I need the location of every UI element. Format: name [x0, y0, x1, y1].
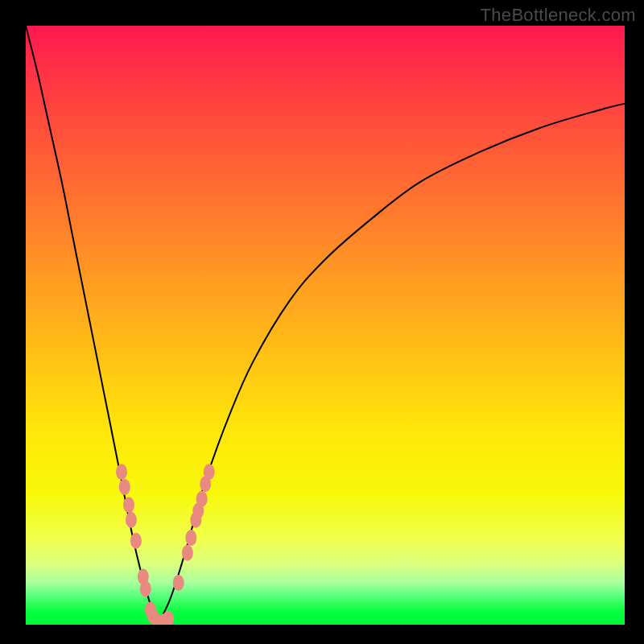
sample-bead: [116, 464, 127, 480]
sample-bead: [182, 545, 193, 561]
sample-bead: [173, 575, 184, 591]
sample-bead: [126, 512, 137, 528]
chart-svg: [26, 26, 625, 625]
chart-plot-area: [26, 26, 625, 625]
curve-right-branch: [158, 104, 625, 625]
sample-bead: [196, 491, 208, 507]
sample-bead: [204, 464, 215, 480]
watermark-text: TheBottleneck.com: [481, 5, 636, 26]
beads-group: [116, 464, 215, 625]
sample-bead: [123, 497, 134, 513]
sample-bead: [130, 533, 142, 549]
curve-group: [26, 26, 625, 625]
sample-bead: [185, 530, 196, 546]
sample-bead: [140, 580, 151, 597]
sample-bead: [119, 479, 130, 495]
